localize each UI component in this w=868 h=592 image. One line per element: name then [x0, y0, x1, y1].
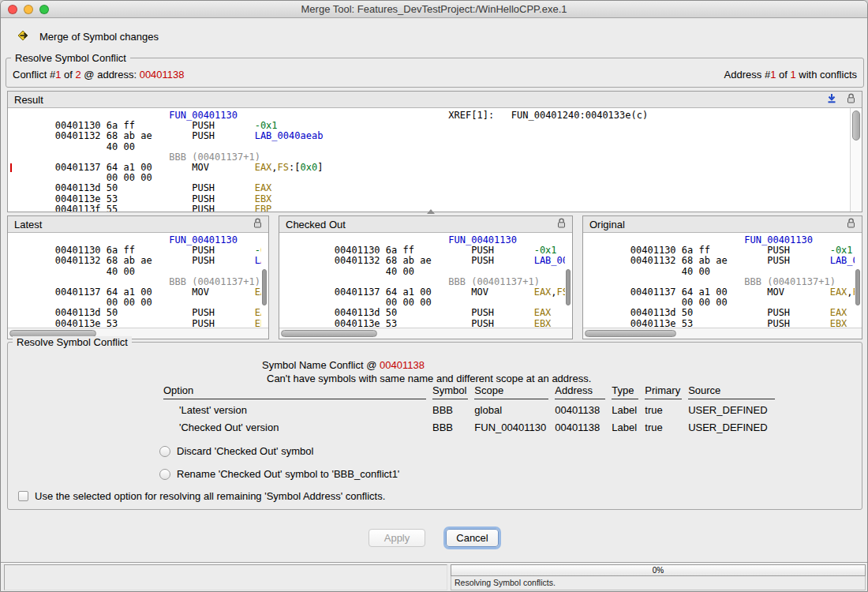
latest-vertical-scrollbar-thumb[interactable]: [262, 269, 267, 305]
asm-token: 0040113d 50 PUSH: [585, 307, 830, 318]
checked-out-horizontal-scrollbar[interactable]: [279, 328, 572, 339]
lock-icon[interactable]: [557, 218, 566, 230]
asm-token: 00401130 6a ff PUSH: [9, 245, 255, 256]
asm-token: -0x1: [255, 120, 278, 131]
jump-to-bottom-icon[interactable]: [827, 93, 836, 106]
conflict-table-cell: true: [645, 417, 682, 434]
original-vertical-scrollbar[interactable]: [855, 233, 862, 328]
cancel-button[interactable]: Cancel: [446, 529, 499, 547]
result-listing-area[interactable]: FUN_00401130 XREF[1]: FUN_00401240:00401…: [8, 108, 862, 212]
conflict-table-cell: 'Latest' version: [163, 399, 426, 417]
listing-cursor: [10, 163, 12, 172]
asm-token: 40 00: [9, 266, 135, 277]
original-listing-area[interactable]: FUN_00401130 XREF[1]: FUN_00401240:00401…: [583, 233, 862, 328]
latest-listing-area[interactable]: FUN_00401130 XREF[1]: FUN_00401240:00401…: [8, 233, 268, 328]
asm-token: 00401130 6a ff PUSH: [9, 120, 255, 131]
asm-token: EAX: [830, 287, 847, 298]
asm-token: 00 00 00: [9, 297, 152, 308]
splitter-collapse-handle[interactable]: [427, 209, 435, 214]
checked-out-panel-titlebar: Checked Out: [279, 216, 572, 233]
conflict-table-header: Scope: [474, 383, 548, 399]
asm-token: 40 00: [9, 141, 135, 152]
asm-token: LAB_0040aeab: [830, 255, 855, 266]
conflict-counter-text: Conflict #1 of 2 @ address: 00401138: [13, 69, 185, 81]
asm-token: 0040113e 53 PUSH: [585, 318, 830, 328]
asm-token: [9, 234, 169, 245]
rename-radio[interactable]: [159, 469, 170, 480]
lock-icon[interactable]: [847, 93, 855, 106]
conflict-table-cell: 00401138: [555, 399, 605, 417]
original-vertical-scrollbar-thumb[interactable]: [855, 269, 860, 305]
checked-out-listing[interactable]: FUN_00401130 XREF[1]: FUN_00401240:00401…: [279, 233, 565, 328]
status-right-panel: 0% Resolving Symbol conflicts.: [451, 564, 866, 590]
conflict-table-cell: USER_DEFINED: [688, 399, 775, 417]
discard-radio-label[interactable]: Discard 'Checked Out' symbol: [177, 445, 313, 457]
discard-radio[interactable]: [159, 446, 170, 457]
latest-panel: Latest FUN_00401130 XREF[1]: FUN_00401: [7, 215, 269, 339]
conflict-counter-group-title: Resolve Symbol Conflict: [11, 52, 130, 64]
asm-token: [585, 234, 744, 245]
asm-token: FS: [557, 287, 565, 298]
original-panel-titlebar: Original: [583, 216, 862, 233]
asm-token: EAX: [830, 307, 847, 318]
merge-header: Merge of Symbol changes: [17, 29, 159, 43]
asm-token: EBX: [255, 193, 272, 204]
asm-token: [813, 234, 855, 245]
original-panel-title: Original: [589, 219, 847, 230]
conflict-table-cell: BBB: [432, 399, 468, 417]
status-left-panel: [4, 564, 447, 590]
conflict-table-cell: 'Checked Out' version: [163, 417, 426, 434]
asm-token: 00401132 68 ab ae PUSH: [289, 255, 534, 266]
merge-icon: [17, 29, 31, 44]
latest-vertical-scrollbar[interactable]: [261, 233, 268, 328]
checked-out-vertical-scrollbar-thumb[interactable]: [566, 269, 571, 305]
asm-token: 00 00 00: [289, 297, 432, 308]
apply-to-all-checkbox[interactable]: [18, 491, 28, 501]
conflict-table-header: Symbol: [432, 383, 468, 399]
rename-radio-label[interactable]: Rename 'Checked Out' symbol to 'BBB_conf…: [177, 468, 399, 480]
asm-token: 0040113e 53 PUSH: [289, 318, 534, 328]
lock-icon[interactable]: [253, 218, 262, 230]
asm-token: 0040113e 53 PUSH: [9, 318, 255, 328]
asm-token: EBX: [255, 318, 261, 328]
asm-token: 00401137 64 a1 00 MOV: [9, 162, 255, 173]
asm-token: BBB (00401137+1): [169, 152, 260, 163]
asm-token: BBB (00401137+1): [169, 276, 260, 287]
asm-token: 0040113d 50 PUSH: [9, 182, 255, 193]
resolve-conflict-group-title: Resolve Symbol Conflict: [13, 336, 132, 348]
minimize-button[interactable]: [24, 5, 33, 14]
asm-token: EAX: [255, 307, 261, 318]
asm-token: LAB_0040aeab: [534, 255, 565, 266]
checked-out-horizontal-scrollbar-thumb[interactable]: [281, 330, 377, 337]
checked-out-listing-area[interactable]: FUN_00401130 XREF[1]: FUN_00401240:00401…: [279, 233, 572, 328]
original-horizontal-scrollbar[interactable]: [583, 328, 862, 339]
asm-token: 00401130 6a ff PUSH: [289, 245, 534, 256]
result-vertical-scrollbar-thumb[interactable]: [852, 111, 860, 141]
asm-token: FUN_00401130: [169, 110, 238, 121]
original-listing[interactable]: FUN_00401130 XREF[1]: FUN_00401240:00401…: [583, 233, 855, 328]
result-panel: Result: [7, 91, 862, 212]
titlebar[interactable]: Merge Tool: Features_DevTestProject:/Win…: [1, 1, 867, 18]
zoom-button[interactable]: [39, 5, 49, 14]
checked-out-vertical-scrollbar[interactable]: [565, 233, 572, 328]
close-button[interactable]: [8, 5, 17, 14]
asm-token: 00401137 64 a1 00 MOV: [289, 287, 534, 298]
apply-to-all-checkbox-label[interactable]: Use the selected option for resolving al…: [35, 490, 385, 502]
checked-out-panel-title: Checked Out: [286, 219, 557, 230]
asm-token: FS: [278, 162, 289, 173]
asm-token: [289, 234, 448, 245]
asm-token: -0x1: [255, 245, 261, 256]
conflict-table-cell: Label: [612, 417, 638, 434]
traffic-lights: [8, 5, 49, 14]
conflict-table-cell: true: [645, 399, 682, 417]
original-horizontal-scrollbar-thumb[interactable]: [585, 330, 676, 337]
result-listing[interactable]: FUN_00401130 XREF[1]: FUN_00401240:00401…: [8, 108, 850, 212]
asm-token: ,: [847, 287, 852, 298]
result-vertical-scrollbar[interactable]: [850, 108, 862, 212]
latest-listing[interactable]: FUN_00401130 XREF[1]: FUN_00401240:00401…: [8, 233, 261, 328]
original-panel: Original FUN_00401130 XREF[1]: FUN_004: [582, 215, 862, 339]
apply-button[interactable]: Apply: [369, 529, 425, 547]
merge-header-title: Merge of Symbol changes: [39, 31, 159, 43]
lock-icon[interactable]: [847, 218, 855, 230]
asm-token: EAX: [534, 287, 552, 298]
